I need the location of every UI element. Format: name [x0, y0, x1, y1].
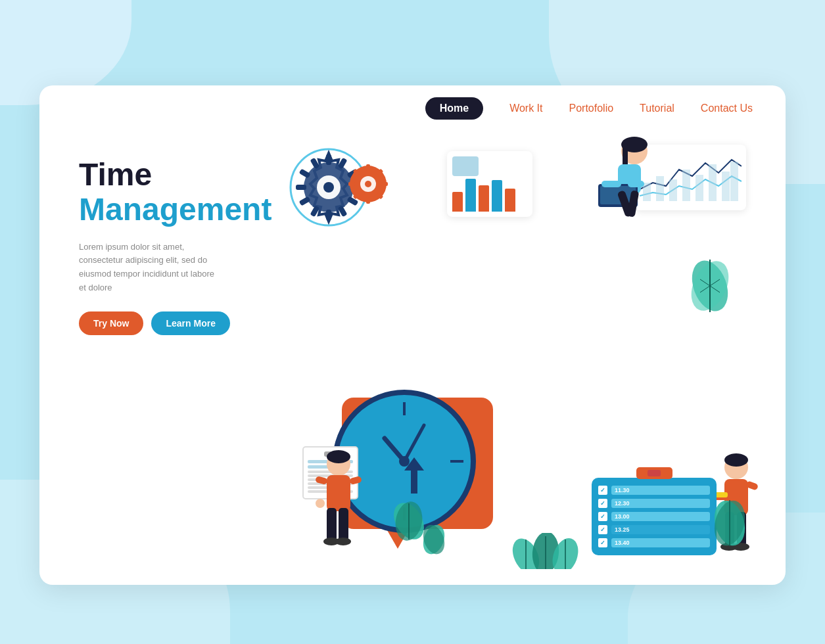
svg-rect-39 — [682, 170, 690, 201]
person-left — [312, 448, 365, 555]
svg-point-3 — [323, 182, 334, 193]
svg-point-18 — [365, 181, 371, 187]
svg-rect-13 — [296, 185, 306, 190]
svg-rect-4 — [326, 154, 331, 165]
svg-point-54 — [316, 499, 325, 508]
leaf-top-right — [684, 256, 736, 318]
checklist-item-2: ✓ 12.30 — [598, 499, 710, 508]
nav-work-it[interactable]: Work It — [509, 103, 542, 114]
svg-point-66 — [724, 453, 748, 467]
illustration-area: ✓ 11.30 ✓ 12.30 ✓ 13.00 ✓ 13.25 — [224, 112, 786, 585]
leaf-right — [707, 497, 753, 552]
plants-center — [506, 533, 585, 572]
bar-chart-header — [452, 156, 479, 176]
line-chart-svg — [640, 150, 742, 202]
main-card: Home Work It Portofolio Tutorial Contact… — [39, 85, 786, 585]
svg-rect-47 — [327, 475, 350, 511]
person-laptop — [588, 131, 654, 239]
try-now-button[interactable]: Try Now — [79, 311, 143, 335]
svg-rect-41 — [709, 164, 717, 201]
checklist-item-1: ✓ 11.30 — [598, 486, 710, 495]
svg-rect-40 — [695, 175, 703, 201]
learn-more-button[interactable]: Learn More — [151, 311, 229, 335]
hero-title-line1: Time — [79, 158, 263, 193]
upload-icon — [401, 457, 427, 496]
svg-rect-10 — [326, 210, 331, 220]
svg-point-53 — [335, 538, 351, 545]
bar-chart-bars — [452, 179, 527, 212]
nav-tutorial[interactable]: Tutorial — [640, 103, 674, 114]
svg-rect-23 — [366, 197, 370, 204]
svg-marker-44 — [404, 457, 424, 494]
svg-rect-38 — [669, 179, 677, 201]
bar-3 — [479, 185, 489, 212]
svg-rect-19 — [366, 164, 370, 171]
hero-description: Lorem ipsum dolor sit amet, consectetur … — [79, 241, 224, 295]
checklist: ✓ 11.30 ✓ 12.30 ✓ 13.00 ✓ 13.25 — [592, 478, 717, 555]
svg-rect-43 — [730, 162, 738, 201]
bar-1 — [452, 192, 463, 212]
svg-rect-21 — [381, 182, 388, 186]
nav-home[interactable]: Home — [425, 97, 483, 120]
hero-buttons: Try Now Learn More — [79, 311, 263, 335]
nav-contact[interactable]: Contact Us — [701, 103, 753, 114]
bar-5 — [505, 189, 515, 212]
svg-rect-64 — [628, 181, 644, 187]
svg-point-46 — [327, 450, 350, 463]
nav-portfolio[interactable]: Portofolio — [569, 103, 614, 114]
svg-rect-50 — [327, 508, 337, 541]
svg-rect-49 — [349, 476, 362, 485]
svg-point-80 — [419, 523, 448, 556]
navigation: Home Work It Portofolio Tutorial Contact… — [39, 85, 786, 131]
svg-rect-48 — [315, 476, 328, 485]
svg-rect-37 — [656, 176, 664, 201]
checklist-item-3: ✓ 13.00 — [598, 512, 710, 521]
svg-rect-42 — [722, 172, 730, 201]
bar-chart-widget — [447, 151, 532, 217]
svg-rect-63 — [601, 181, 621, 187]
svg-rect-51 — [339, 508, 348, 541]
bar-2 — [465, 179, 476, 212]
gear-small-icon — [345, 161, 391, 207]
checklist-item-4-active: ✓ 13.25 — [598, 525, 710, 534]
leaf-center — [417, 523, 450, 559]
clipboard-board: ✓ 11.30 ✓ 12.30 ✓ 13.00 ✓ 13.25 — [592, 467, 717, 555]
hero-content: Time Management Lorem ipsum dolor sit am… — [79, 158, 263, 335]
bar-4 — [492, 180, 502, 212]
gears-group — [289, 148, 368, 229]
svg-rect-25 — [348, 182, 355, 186]
hero-title-line2: Management — [79, 193, 263, 227]
checklist-item-5: ✓ 13.40 — [598, 538, 710, 547]
